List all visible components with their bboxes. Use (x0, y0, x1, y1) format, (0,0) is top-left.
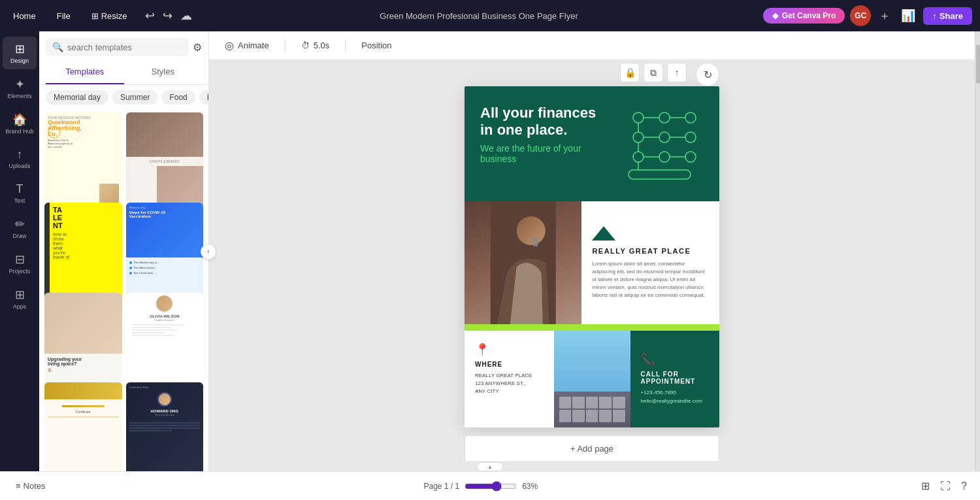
sidebar-item-projects[interactable]: ⊟ Projects (3, 247, 37, 280)
bottombar-left: ≡ Notes (10, 478, 51, 493)
flyer-bottom: 📍 WHERE REALLY GREAT PLACE 123 ANYWHERE … (465, 331, 719, 427)
svg-point-7 (685, 132, 696, 142)
duration-button[interactable]: ⏱ 5.0s (296, 38, 335, 53)
home-button[interactable]: Home (8, 8, 41, 24)
sidebar-item-draw[interactable]: ✏ Draw (3, 212, 37, 244)
search-icon: 🔍 (52, 42, 63, 52)
scroll-thumb[interactable] (976, 44, 980, 84)
category-tags: Memorial day Summer Food Blue › (39, 85, 208, 110)
canvas-scroll: 🔒 ⧉ ↑ ↻ All your finances in one place. (209, 60, 975, 471)
network-diagram (619, 105, 704, 183)
clock-icon: ⏱ (301, 41, 310, 50)
sidebar-icons: ⊞ Design ✦ Elements 🏠 Brand Hub ↑ Upload… (0, 31, 39, 471)
svg-marker-22 (592, 226, 604, 241)
where-address: REALLY GREAT PLACE 123 ANYWHERE ST., ANY… (475, 372, 544, 395)
sidebar-item-uploads[interactable]: ↑ Uploads (3, 142, 37, 175)
templates-grid: YOUR MESSAGE MATTERS. QuarkwoodAdvertisi… (39, 110, 208, 471)
flyer-headline: All your finances in one place. (480, 105, 619, 139)
svg-marker-23 (604, 226, 615, 241)
user-avatar[interactable]: GC (850, 5, 871, 26)
help-button[interactable]: ? (958, 478, 970, 495)
logo-svg (592, 226, 615, 241)
topbar: Home File ⊞ Resize ↩ ↪ ☁ Green Modern Pr… (0, 0, 980, 31)
collapse-handle[interactable]: ▲ (477, 462, 503, 471)
call-contact: +123-456-7890 hello@reallygreatstite.com (641, 389, 710, 406)
analytics-button[interactable]: 📊 (898, 6, 918, 25)
tab-templates[interactable]: Templates (46, 60, 124, 84)
refresh-button[interactable]: ↻ (696, 63, 719, 86)
collapse-icon: ▲ (487, 464, 493, 470)
svg-point-12 (685, 152, 696, 162)
document-title: Green Modern Profesional Business One Pa… (205, 11, 752, 21)
projects-icon: ⊟ (15, 252, 25, 267)
canvas-actions: 🔒 ⧉ ↑ ↻ (620, 63, 719, 86)
sidebar-item-label-elements: Elements (7, 93, 32, 99)
page-slider[interactable] (465, 481, 517, 492)
filter-button[interactable]: ⚙ (193, 41, 202, 54)
tag-memorial-day[interactable]: Memorial day (46, 90, 108, 105)
sidebar-item-text[interactable]: T Text (3, 177, 37, 209)
uploads-icon: ↑ (17, 148, 23, 161)
sidebar-item-brand-hub[interactable]: 🏠 Brand Hub (3, 107, 37, 140)
animate-button[interactable]: ◎ Animate (220, 37, 274, 54)
tag-food[interactable]: Food (161, 90, 195, 105)
notes-button[interactable]: ≡ Notes (10, 478, 51, 493)
flyer-building-photo (554, 331, 630, 427)
grid-view-button[interactable]: ⊞ (919, 477, 932, 495)
toolbar-secondary: ◎ Animate ⏱ 5.0s Position (209, 31, 975, 60)
search-bar: 🔍 ⚙ (39, 31, 208, 60)
undo-button[interactable]: ↩ (142, 6, 157, 25)
svg-point-2 (685, 112, 696, 123)
undo-redo-group: ↩ ↪ ☁ (142, 6, 195, 25)
company-description: Lorem ipsum dolor sit amet, consectetur … (592, 260, 709, 299)
template-card-8[interactable]: Curriculum Vitae HOWARD ONG Financial An… (126, 382, 204, 471)
cloud-save-button[interactable]: ☁ (178, 6, 195, 25)
flyer-hero-text: All your finances in one place. We are t… (480, 105, 619, 164)
right-scrollbar[interactable] (975, 31, 980, 471)
brand-hub-icon: 🏠 (12, 112, 27, 127)
window (586, 397, 598, 409)
animate-icon: ◎ (225, 39, 234, 52)
file-button[interactable]: File (52, 8, 76, 24)
svg-point-5 (633, 132, 644, 142)
window (599, 397, 612, 409)
separator-1 (285, 39, 286, 52)
share-button[interactable]: ↑ Share (923, 7, 972, 25)
duplicate-button[interactable]: ⧉ (644, 63, 663, 82)
lock-button[interactable]: 🔒 (620, 63, 640, 82)
redo-button[interactable]: ↪ (160, 6, 175, 25)
window (613, 397, 625, 409)
sidebar-item-label-uploads: Uploads (8, 163, 30, 169)
fullscreen-button[interactable]: ⛶ (938, 478, 953, 495)
search-input-wrapper: 🔍 (46, 38, 189, 56)
add-page-button[interactable]: + Add page (465, 435, 719, 462)
canva-pro-button[interactable]: ◆ Get Canva Pro (763, 8, 845, 24)
position-button[interactable]: Position (356, 38, 397, 53)
tab-styles[interactable]: Styles (124, 60, 203, 84)
text-icon: T (16, 182, 24, 196)
tag-blue[interactable]: Blue (199, 90, 208, 105)
add-people-button[interactable]: ＋ (876, 5, 893, 26)
flyer-container: 🔒 ⧉ ↑ ↻ All your finances in one place. (465, 86, 719, 462)
window (586, 410, 598, 422)
flyer-call: 📞 CALL FOR APPOINTMENT +123-456-7890 hel… (630, 331, 720, 427)
person-svg (465, 201, 581, 324)
resize-button[interactable]: ⊞ Resize (86, 8, 133, 24)
sidebar-item-apps[interactable]: ⊞ Apps (3, 282, 37, 315)
topbar-left: Home File ⊞ Resize ↩ ↪ ☁ (8, 6, 195, 25)
where-heading: WHERE (475, 361, 544, 368)
more-options-button[interactable]: ↑ (667, 63, 687, 82)
template-card-7[interactable]: Certificate (44, 382, 122, 471)
svg-rect-21 (533, 237, 538, 246)
diamond-icon: ◆ (772, 11, 778, 20)
notes-icon: ≡ (16, 481, 21, 491)
window (572, 410, 585, 422)
svg-point-11 (659, 152, 670, 162)
building-windows (557, 394, 628, 425)
window (572, 397, 585, 409)
panel-collapse-button[interactable]: ‹ (201, 244, 216, 259)
sidebar-item-elements[interactable]: ✦ Elements (3, 72, 37, 105)
search-input[interactable] (67, 42, 182, 52)
sidebar-item-design[interactable]: ⊞ Design (3, 37, 37, 69)
tag-summer[interactable]: Summer (112, 90, 157, 105)
